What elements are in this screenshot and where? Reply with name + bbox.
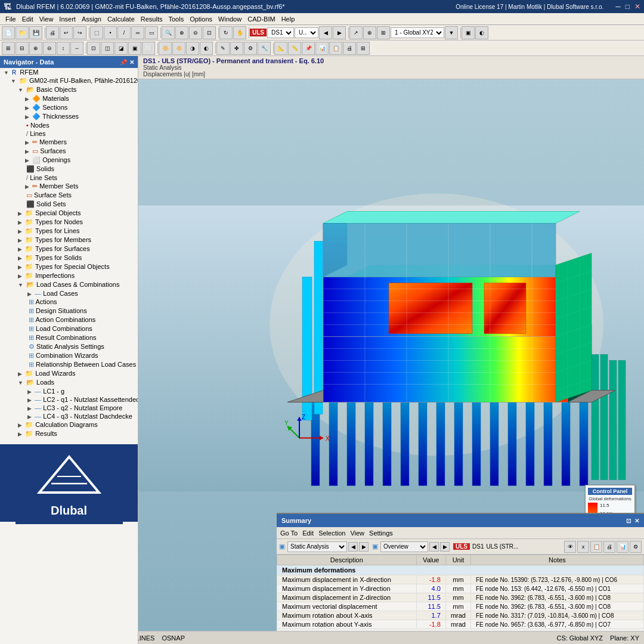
surface-btn[interactable]: ▭	[145, 26, 158, 39]
tb2-btn12[interactable]: 🔆	[159, 42, 172, 55]
line-btn[interactable]: /	[117, 26, 131, 39]
nav-solids[interactable]: ⬛ Solids	[0, 165, 138, 174]
nav-close-btn[interactable]: ✕	[129, 59, 134, 66]
prev-btn[interactable]: ◀	[319, 26, 332, 39]
summary-menu-view[interactable]: View	[350, 530, 364, 537]
tb2-btn14[interactable]: ◑	[186, 42, 199, 55]
nav-nodes[interactable]: • Nodes	[0, 121, 138, 129]
nav-types-special[interactable]: ▶ 📁 Types for Special Objects	[0, 262, 138, 271]
nav-types-nodes[interactable]: ▶ 📁 Types for Nodes	[0, 218, 138, 227]
menu-edit[interactable]: Edit	[19, 16, 36, 23]
select-btn[interactable]: ⬚	[90, 26, 103, 39]
summary-ov-prev[interactable]: ◀	[429, 542, 439, 552]
shade-btn[interactable]: ◐	[475, 26, 488, 39]
nav-types-solids[interactable]: ▶ 📁 Types for Solids	[0, 253, 138, 262]
osnap-label[interactable]: OSNAP	[162, 634, 185, 642]
menu-file[interactable]: File	[2, 16, 19, 23]
print-btn[interactable]: 🖨	[46, 26, 59, 39]
nav-result-comb[interactable]: ⊞ Result Combinations	[0, 333, 138, 342]
sum-tb-btn6[interactable]: ⚙	[630, 541, 642, 553]
nav-load-wizards[interactable]: ▶ 📁 Load Wizards	[0, 369, 138, 378]
tb2-btn20[interactable]: 📐	[274, 42, 287, 55]
tb2-btn6[interactable]: ↔	[70, 42, 83, 55]
xyz-btn[interactable]: ↗	[349, 26, 363, 39]
nav-types-lines[interactable]: ▶ 📁 Types for Lines	[0, 227, 138, 236]
nav-load-cases-comb[interactable]: ▼ 📂 Load Cases & Combinations	[0, 280, 138, 289]
nav-calc-diagrams[interactable]: ▶ 📁 Calculation Diagrams	[0, 420, 138, 429]
sum-tb-btn2[interactable]: x	[577, 541, 589, 553]
snap-btn[interactable]: ⊕	[363, 26, 376, 39]
nav-solidsets[interactable]: ⬛ Solid Sets	[0, 200, 138, 209]
tb2-btn2[interactable]: ⊟	[16, 42, 29, 55]
tb2-btn15[interactable]: ◐	[200, 42, 213, 55]
menu-results[interactable]: Results	[138, 16, 166, 23]
nav-actions[interactable]: ⊞ Actions	[0, 298, 138, 306]
tb2-btn21[interactable]: 📏	[288, 42, 301, 55]
nav-project[interactable]: ▼ 📁 GM02-mit FU-Balken, Pfähle-20161208	[0, 76, 138, 85]
nav-lc3[interactable]: ▶ — LC3 - q2 - Nutzlast Empore	[0, 404, 138, 412]
maximize-btn[interactable]: □	[626, 2, 630, 11]
nav-design-sit[interactable]: ⊞ Design Situations	[0, 306, 138, 315]
nav-action-comb[interactable]: ⊞ Action Combinations	[0, 315, 138, 324]
tb2-btn24[interactable]: 📋	[329, 42, 342, 55]
nav-basic-objects[interactable]: ▼ 📂 Basic Objects	[0, 85, 138, 94]
nav-members[interactable]: ▶ ✏ Members	[0, 138, 138, 147]
summary-nav-next[interactable]: ▶	[359, 542, 369, 552]
menu-options[interactable]: Options	[187, 16, 215, 23]
next-btn[interactable]: ▶	[333, 26, 346, 39]
sum-tb-btn3[interactable]: 📋	[590, 541, 602, 553]
tb2-btn22[interactable]: 📌	[302, 42, 315, 55]
nav-loads[interactable]: ▼ 📂 Loads	[0, 378, 138, 387]
fit-btn[interactable]: ⊡	[203, 26, 216, 39]
tb2-btn17[interactable]: ✤	[230, 42, 243, 55]
tb2-btn18[interactable]: ⚙	[244, 42, 257, 55]
pan-btn[interactable]: ✋	[233, 26, 246, 39]
menu-insert[interactable]: Insert	[56, 16, 79, 23]
nav-special-objects[interactable]: ▶ 📁 Special Objects	[0, 209, 138, 218]
menu-assign[interactable]: Assign	[79, 16, 104, 23]
nav-surfacesets[interactable]: ▭ Surface Sets	[0, 191, 138, 200]
nav-surfaces[interactable]: ▶ ▭ Surfaces	[0, 147, 138, 156]
nav-load-comb[interactable]: ⊞ Load Combinations	[0, 324, 138, 333]
nav-lc1[interactable]: ▶ — LC1 - g	[0, 387, 138, 395]
summary-menu-settings[interactable]: Settings	[369, 530, 393, 537]
nav-pin-btn[interactable]: 📌	[120, 59, 127, 66]
tb2-btn7[interactable]: ⊡	[87, 42, 100, 55]
node-btn[interactable]: •	[104, 26, 117, 39]
nav-types-members[interactable]: ▶ 📁 Types for Members	[0, 236, 138, 244]
nav-types-surfaces[interactable]: ▶ 📁 Types for Surfaces	[0, 244, 138, 253]
tb2-btn16[interactable]: ✎	[216, 42, 230, 55]
mode-combo[interactable]: U...	[295, 27, 318, 38]
tb2-btn3[interactable]: ⊕	[29, 42, 42, 55]
tb2-btn8[interactable]: ◫	[101, 42, 114, 55]
view-arrow-btn[interactable]: ▼	[445, 26, 458, 39]
nav-materials[interactable]: ▶ 🔶 Materials	[0, 94, 138, 103]
summary-nav-prev[interactable]: ◀	[348, 542, 358, 552]
nav-lines[interactable]: / Lines	[0, 129, 138, 138]
sum-tb-btn5[interactable]: 📊	[617, 541, 628, 553]
tb2-btn26[interactable]: ⊞	[357, 42, 370, 55]
summary-analysis-combo[interactable]: Static Analysis	[287, 541, 347, 552]
zoom-in-btn[interactable]: ⊕	[175, 26, 188, 39]
summary-menu-selection[interactable]: Selection	[318, 530, 345, 537]
summary-overview-combo[interactable]: Overview	[380, 541, 428, 552]
tb2-btn23[interactable]: 📊	[315, 42, 329, 55]
nav-imperfections[interactable]: ▶ 📁 Imperfections	[0, 271, 138, 280]
tb2-btn13[interactable]: 🔅	[172, 42, 185, 55]
nav-openings[interactable]: ▶ ⬜ Openings	[0, 156, 138, 165]
redo-btn[interactable]: ↪	[73, 26, 86, 39]
tb2-btn9[interactable]: ◪	[114, 42, 128, 55]
tb2-btn25[interactable]: 🖨	[343, 42, 356, 55]
tb2-btn5[interactable]: ↕	[57, 42, 70, 55]
nav-rfem[interactable]: ▼ R RFEM	[0, 68, 138, 76]
member-btn[interactable]: ═	[131, 26, 144, 39]
tb2-btn10[interactable]: ▣	[128, 42, 141, 55]
summary-menu-goto[interactable]: Go To	[280, 530, 298, 537]
summary-restore-btn[interactable]: ⊡	[626, 518, 631, 524]
rotate-btn[interactable]: ↻	[219, 26, 233, 39]
nav-membersets[interactable]: ▶ ✏ Member Sets	[0, 182, 138, 191]
nav-lc4[interactable]: ▶ — LC4 - q3 - Nutzlast Dachdecke	[0, 412, 138, 420]
tb2-btn19[interactable]: 🔧	[258, 42, 271, 55]
summary-ov-next[interactable]: ▶	[440, 542, 450, 552]
close-btn[interactable]: ✕	[634, 2, 640, 11]
